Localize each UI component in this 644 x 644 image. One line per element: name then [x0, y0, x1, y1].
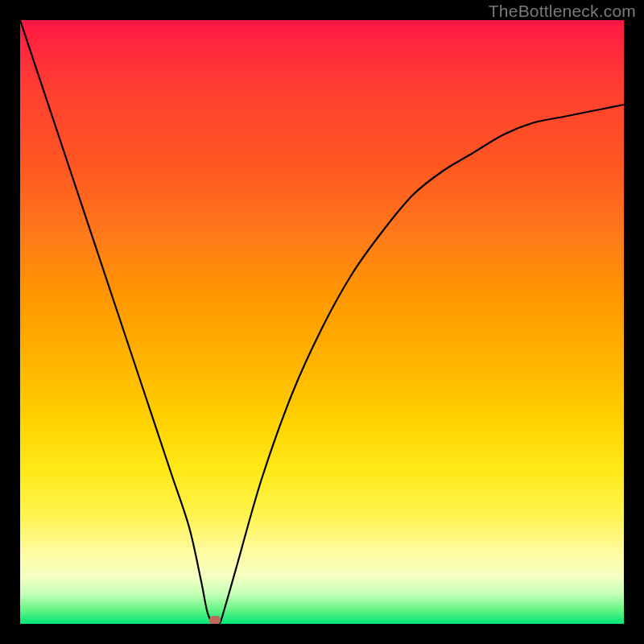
- chart-frame: TheBottleneck.com: [0, 0, 644, 644]
- bottleneck-curve: [20, 20, 624, 624]
- minimum-marker: [209, 616, 221, 624]
- watermark-text: TheBottleneck.com: [489, 2, 636, 21]
- plot-area: [20, 20, 624, 624]
